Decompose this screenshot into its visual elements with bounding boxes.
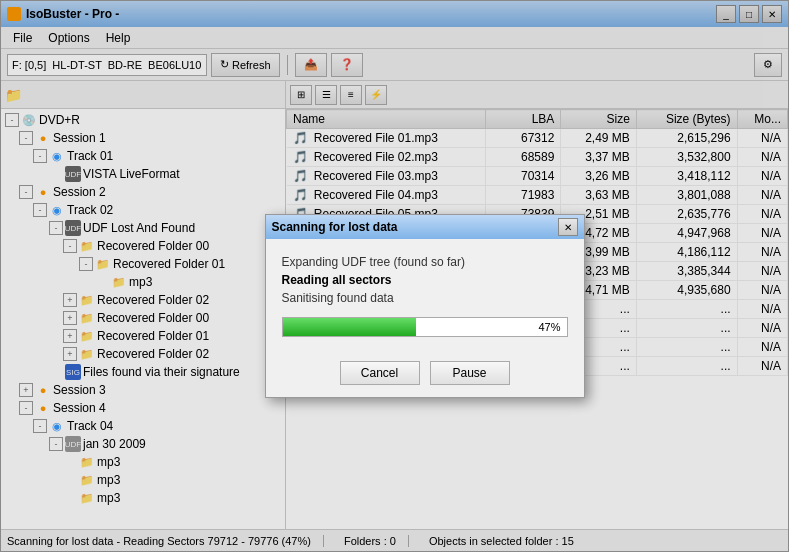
modal-status2: Reading all sectors: [282, 273, 568, 287]
modal-title: Scanning for lost data: [272, 220, 398, 234]
modal-cancel-button[interactable]: Cancel: [340, 361, 420, 385]
modal-pause-button[interactable]: Pause: [430, 361, 510, 385]
modal-footer: Cancel Pause: [266, 353, 584, 397]
modal-status3: Sanitising found data: [282, 291, 568, 305]
progress-percent: 47%: [538, 321, 560, 333]
modal-title-bar: Scanning for lost data ✕: [266, 215, 584, 239]
progress-container: 47%: [282, 317, 568, 337]
scanning-modal: Scanning for lost data ✕ Expanding UDF t…: [265, 214, 585, 398]
modal-status1: Expanding UDF tree (found so far): [282, 255, 568, 269]
progress-bar: [283, 318, 416, 336]
modal-overlay: Scanning for lost data ✕ Expanding UDF t…: [0, 0, 789, 552]
modal-close-button[interactable]: ✕: [558, 218, 578, 236]
modal-body: Expanding UDF tree (found so far) Readin…: [266, 239, 584, 353]
